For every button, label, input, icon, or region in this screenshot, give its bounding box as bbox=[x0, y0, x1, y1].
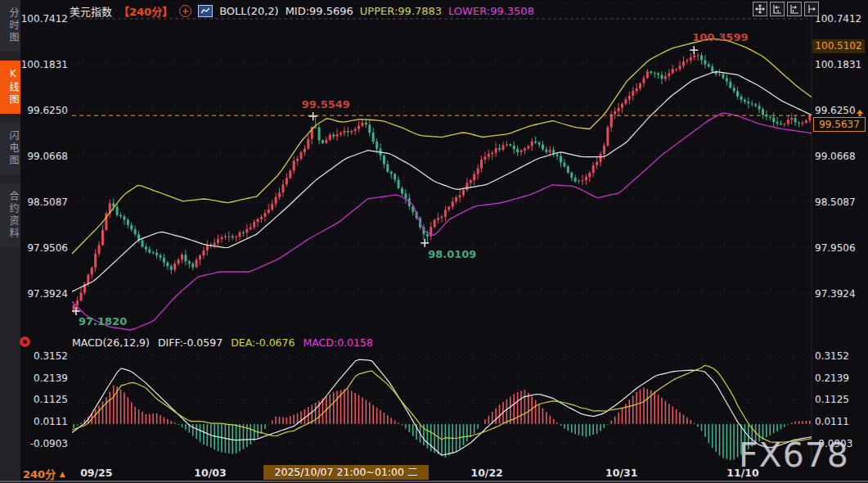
instrument-title: 美元指数 bbox=[70, 3, 112, 19]
x-axis-tick-label: 10/03 bbox=[194, 467, 226, 479]
y-axis-tick-label: 0.0111 bbox=[20, 416, 68, 427]
y-axis-tick-label: 97.3924 bbox=[815, 288, 866, 300]
y-axis-tick-label: 98.5087 bbox=[20, 196, 68, 208]
y-axis-tick-label: 100.1831 bbox=[815, 59, 866, 70]
x-axis-tick-label: 11/10 bbox=[726, 467, 758, 479]
macd-header: MACD(26,12,9) DIFF:-0.0597 DEA:-0.0676 M… bbox=[72, 336, 373, 349]
y-axis-tick-label: 0.2139 bbox=[20, 372, 68, 384]
y-axis-tick-label: -0.0903 bbox=[20, 438, 68, 449]
y-axis-tick-label: 0.3152 bbox=[815, 350, 866, 362]
sidebar-item-contract-info[interactable]: 合约资料 bbox=[0, 183, 20, 247]
y-axis-tick-label: 99.0668 bbox=[815, 151, 866, 162]
macd-name: MACD(26,12,9) bbox=[72, 336, 150, 349]
trading-chart-app: 分时图 K线图 闪电图 合约资料 美元指数 【240分】 + BOLL(20,2… bbox=[0, 0, 868, 483]
chart-toolbar bbox=[753, 2, 819, 16]
y-axis-tick-label: 97.9506 bbox=[20, 242, 68, 254]
y-axis-tick-label: 100.1831 bbox=[20, 59, 68, 70]
y-axis-tick-label: 100.7412 bbox=[20, 13, 68, 25]
macd-dea-value: DEA:-0.0676 bbox=[231, 336, 295, 349]
y-axis-tick-label: 97.9506 bbox=[815, 242, 866, 254]
boll-label: BOLL(20,2) bbox=[219, 5, 279, 17]
low-price-annotation: 97.1820 bbox=[79, 315, 127, 327]
boll-mid-value: MID:99.5696 bbox=[286, 5, 353, 17]
y-axis-tick-label: 0.0111 bbox=[815, 416, 866, 427]
y-axis-tick-label: 0.1125 bbox=[815, 394, 866, 405]
high-price-annotation: 100.3599 bbox=[692, 31, 748, 43]
macd-macd-value: MACD:0.0158 bbox=[303, 336, 372, 349]
sidebar-item-lightning-chart[interactable]: 闪电图 bbox=[0, 123, 20, 174]
boll-lower-value: LOWER:99.3508 bbox=[448, 5, 534, 17]
high-price-annotation: 99.5549 bbox=[302, 98, 350, 111]
session-high-tag: 100.5102 bbox=[812, 39, 865, 53]
pan-crosshair-icon[interactable] bbox=[753, 2, 767, 16]
sidebar: 分时图 K线图 闪电图 合约资料 bbox=[0, 0, 20, 483]
y-axis-tick-label: 98.5087 bbox=[815, 196, 866, 208]
zoom-in-time-icon[interactable] bbox=[770, 2, 785, 16]
chart-header: 美元指数 【240分】 + BOLL(20,2) MID:99.5696 UPP… bbox=[70, 3, 534, 18]
macd-diff-value: DIFF:-0.0597 bbox=[158, 336, 223, 349]
low-price-annotation: 98.0109 bbox=[428, 248, 476, 260]
y-axis-tick-label: 100.7412 bbox=[815, 13, 866, 25]
price-alert-marker-icon bbox=[856, 105, 864, 120]
x-axis-tick-label: 10/22 bbox=[470, 467, 502, 479]
chevron-up-icon: ▲ bbox=[60, 470, 65, 478]
add-indicator-icon[interactable]: + bbox=[179, 5, 191, 17]
y-axis-tick-label: 99.0668 bbox=[20, 151, 68, 162]
period-tag[interactable]: 【240分】 bbox=[119, 3, 173, 19]
y-axis-tick-label: 99.6250 bbox=[20, 105, 68, 116]
zoom-out-time-icon[interactable] bbox=[787, 2, 802, 16]
boll-upper-value: UPPER:99.7883 bbox=[360, 5, 442, 17]
crosshair-date-readout: 2025/10/07 21:00~01:00 二 bbox=[263, 465, 429, 480]
indicator-settings-dot-icon[interactable] bbox=[20, 336, 30, 347]
period-selector[interactable]: 240分 ▲ bbox=[23, 466, 65, 481]
x-axis-tick-label: 09/25 bbox=[80, 467, 112, 479]
chart-type-icon[interactable] bbox=[198, 5, 213, 17]
y-axis-tick-label: 0.1125 bbox=[20, 394, 68, 405]
go-to-latest-icon[interactable] bbox=[804, 2, 819, 16]
y-axis-tick-label: 97.3924 bbox=[20, 288, 68, 300]
y-axis-tick-label: 0.3152 bbox=[20, 350, 68, 362]
chart-canvas[interactable] bbox=[0, 0, 868, 483]
y-axis-tick-label: 0.2139 bbox=[815, 372, 866, 384]
x-axis-tick-label: 10/31 bbox=[605, 467, 637, 479]
sidebar-item-kline-chart[interactable]: K线图 bbox=[0, 61, 20, 114]
sidebar-item-time-chart[interactable]: 分时图 bbox=[0, 0, 20, 52]
bottom-scroll-track[interactable] bbox=[0, 481, 868, 482]
